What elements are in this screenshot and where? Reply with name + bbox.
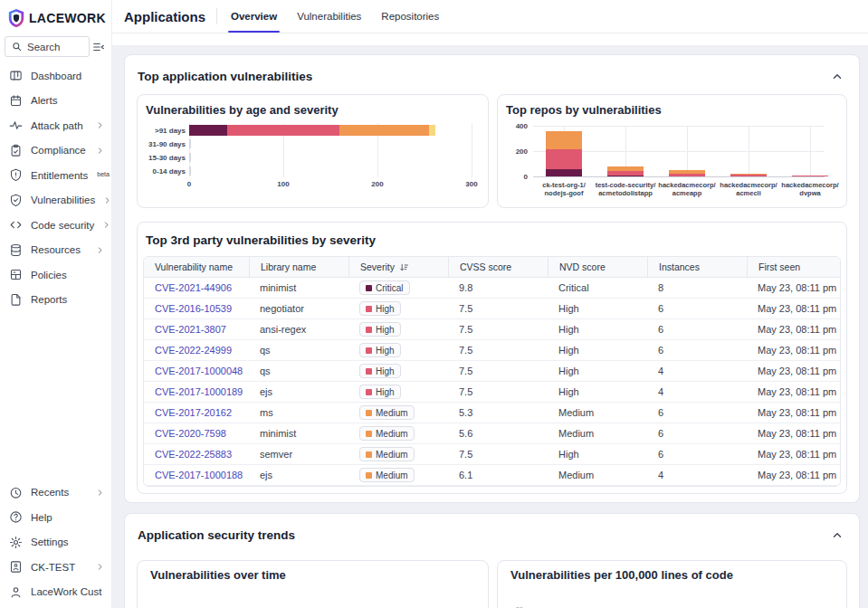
attack-path-icon	[9, 119, 23, 132]
sidebar: LACEWORK Search DashboardAlertsAttack pa…	[0, 0, 112, 608]
cell-severity: High	[348, 343, 448, 357]
severity-badge: High	[359, 322, 401, 337]
sidebar-item-recents[interactable]: Recents	[0, 480, 111, 506]
cve-link[interactable]: CVE-2017-1000188	[155, 470, 243, 480]
sidebar-item-label: LaceWork Cust	[31, 586, 101, 597]
cell-library-name: ansi-regex	[249, 324, 348, 335]
collapse-top-app-section-button[interactable]	[831, 71, 844, 83]
cve-link[interactable]: CVE-2022-25883	[155, 449, 232, 460]
cell-severity: Medium	[348, 426, 448, 441]
column-header-cvss-score[interactable]: CVSS score	[448, 257, 548, 277]
column-header-first-seen[interactable]: First seen	[747, 257, 840, 277]
reports-icon	[9, 293, 23, 307]
cell-instances: 4	[647, 366, 747, 376]
cve-link[interactable]: CVE-2022-24999	[155, 345, 232, 356]
column-header-instances[interactable]: Instances	[647, 257, 747, 277]
cell-library-name: ejs	[249, 470, 348, 480]
sidebar-item-reports[interactable]: Reports	[0, 288, 111, 313]
cell-library-name: qs	[249, 345, 348, 356]
search-input[interactable]: Search	[5, 36, 90, 57]
cell-vulnerability-name: CVE-2022-24999	[144, 345, 249, 356]
sidebar-item-alerts[interactable]: Alerts	[0, 89, 111, 114]
x-tick-label: 100	[277, 180, 289, 188]
sidebar-item-code-security[interactable]: Code security	[0, 213, 111, 238]
bar-segment-medium[interactable]	[669, 170, 705, 174]
bar-segment-low[interactable]	[429, 125, 435, 136]
sidebar-item-policies[interactable]: Policies	[0, 262, 111, 288]
column-header-severity[interactable]: Severity	[348, 257, 448, 277]
tab-overview[interactable]: Overview	[221, 0, 287, 33]
sidebar-item-label: Compliance	[31, 145, 86, 156]
cve-link[interactable]: CVE-2021-3807	[155, 324, 226, 335]
third-party-vulnerabilities-card: Top 3rd party vulnerabilities by severit…	[137, 222, 847, 494]
column-header-vulnerability-name[interactable]: Vulnerability name	[144, 257, 249, 277]
sidebar-item-compliance[interactable]: Compliance	[0, 138, 111, 164]
sidebar-nav: DashboardAlertsAttack pathComplianceEnti…	[0, 63, 111, 312]
tab-repositories[interactable]: Repositories	[371, 0, 449, 33]
bar-segment-high[interactable]	[669, 174, 705, 177]
table-row: CVE-2020-7598minimistMedium5.6Medium6May…	[144, 423, 840, 444]
bar-segment-medium[interactable]	[546, 131, 582, 149]
cve-link[interactable]: CVE-2016-10539	[155, 303, 232, 314]
cell-nvd-score: High	[548, 345, 647, 356]
severity-color-square	[366, 451, 372, 458]
chart-vulnerabilities-by-age-and-severity: Vulnerabilities by age and severity 0100…	[137, 94, 489, 208]
severity-badge: Critical	[359, 280, 410, 295]
sidebar-item-help[interactable]: Help	[0, 505, 111, 530]
sidebar-item-settings[interactable]: Settings	[0, 530, 111, 556]
table-row: CVE-2022-24999qsHigh7.5High6May 23, 08:1…	[144, 340, 840, 361]
bar-segment-critical[interactable]	[546, 169, 582, 176]
collapse-trends-section-button[interactable]	[831, 529, 844, 542]
bar-segment-high[interactable]	[227, 125, 340, 136]
severity-color-square	[366, 410, 372, 416]
sidebar-item-label: Reports	[31, 294, 67, 305]
bar-segment-medium[interactable]	[339, 125, 429, 136]
cell-instances: 6	[647, 407, 747, 418]
sidebar-item-dashboard[interactable]: Dashboard	[0, 63, 111, 89]
page-title: Applications	[124, 9, 205, 24]
x-tick-label: 300	[465, 180, 477, 188]
bar-segment-high[interactable]	[607, 171, 644, 175]
cve-link[interactable]: CVE-2017-1000189	[155, 386, 243, 397]
severity-badge: High	[359, 343, 401, 357]
tab-vulnerabilities[interactable]: Vulnerabilities	[287, 0, 371, 33]
cve-link[interactable]: CVE-2017-20162	[155, 407, 232, 418]
cell-instances: 6	[647, 428, 747, 439]
bar-segment-high[interactable]	[730, 175, 767, 176]
sidebar-item-ck-test[interactable]: CK-TEST	[0, 555, 111, 580]
y-gridline	[533, 126, 825, 127]
sidebar-item-label: Resources	[31, 244, 81, 255]
sidebar-item-resources[interactable]: Resources	[0, 238, 111, 263]
sidebar-item-entitlements[interactable]: Entitlementsbeta	[0, 163, 111, 188]
cve-link[interactable]: CVE-2020-7598	[155, 428, 226, 439]
bar-segment-medium[interactable]	[607, 166, 644, 172]
cve-link[interactable]: CVE-2017-1000048	[155, 366, 243, 376]
sidebar-item-attack-path[interactable]: Attack path	[0, 113, 111, 138]
severity-color-square	[366, 431, 372, 437]
cell-library-name: semver	[249, 449, 348, 460]
sort-descending-icon[interactable]	[399, 262, 409, 272]
search-row: Search	[5, 36, 109, 57]
cell-nvd-score: Medium	[548, 470, 647, 480]
bar-segment-critical[interactable]	[607, 176, 644, 176]
cve-link[interactable]: CVE-2021-44906	[155, 282, 232, 293]
bar-segment-medium[interactable]	[730, 174, 767, 175]
table-row: CVE-2022-25883semverMedium7.5High6May 23…	[144, 444, 840, 465]
column-header-library-name[interactable]: Library name	[249, 257, 348, 277]
column-header-nvd-score[interactable]: NVD score	[548, 257, 647, 277]
alerts-icon	[9, 94, 23, 108]
bar-segment-critical[interactable]	[189, 125, 227, 136]
sidebar-collapse-icon[interactable]	[92, 39, 109, 55]
sidebar-item-lacework-cust[interactable]: LaceWork Cust	[0, 580, 111, 605]
dashboard-icon	[9, 69, 23, 82]
cell-library-name: negotiator	[249, 303, 348, 314]
sidebar-item-vulnerabilities[interactable]: Vulnerabilities	[0, 188, 111, 214]
lacework-logo[interactable]: LACEWORK	[0, 0, 111, 28]
category-label: 31-90 days	[146, 140, 186, 148]
bar-segment-high[interactable]	[546, 149, 582, 169]
cell-severity: High	[348, 322, 448, 337]
cell-first-seen: May 23, 08:11 pm	[747, 470, 840, 480]
sidebar-item-label: Help	[31, 512, 52, 523]
y-gridline	[533, 176, 825, 177]
bar-segment-high[interactable]	[792, 176, 828, 176]
